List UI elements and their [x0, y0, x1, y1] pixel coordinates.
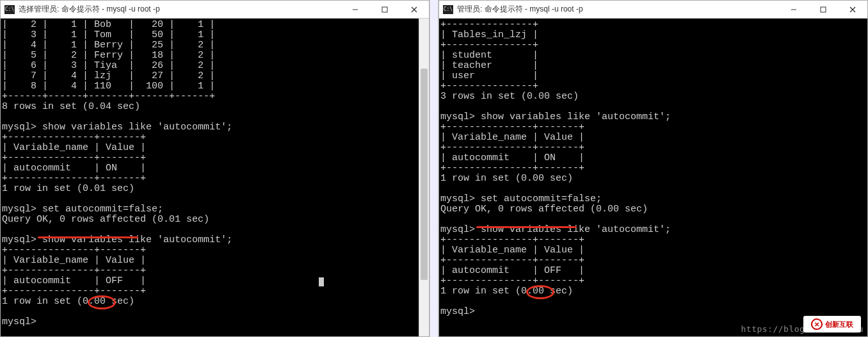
maximize-button[interactable] [808, 1, 838, 18]
terminal-right[interactable]: +---------------+| Tables_in_lzj |+-----… [439, 19, 867, 336]
titlebar-left[interactable]: C:\ 选择管理员: 命令提示符 - mysql -u root -p [1, 1, 429, 19]
close-button[interactable] [399, 1, 429, 18]
maximize-button[interactable] [370, 1, 399, 18]
scrollbar-thumb[interactable] [421, 69, 428, 280]
cmd-icon: C:\ [4, 5, 15, 14]
cmd-window-left: C:\ 选择管理员: 命令提示符 - mysql -u root -p | 2 … [0, 0, 430, 337]
window-title-left: 选择管理员: 命令提示符 - mysql -u root -p [19, 4, 341, 15]
red-underline-right [476, 226, 577, 228]
window-controls-right [779, 1, 867, 18]
brand-logo: ✕ 创新互联 [803, 316, 861, 333]
minimize-button[interactable] [779, 1, 808, 18]
logo-label: 创新互联 [825, 320, 853, 329]
terminal-left[interactable]: | 2 | 1 | Bob | 20 | 1 || 3 | 1 | Tom | … [1, 19, 429, 336]
cmd-window-right: C:\ 管理员: 命令提示符 - mysql -u root -p +-----… [438, 0, 868, 337]
logo-icon: ✕ [811, 318, 823, 330]
cmd-icon: C:\ [443, 5, 453, 14]
svg-rect-1 [382, 7, 387, 12]
red-circle-right [526, 285, 554, 299]
window-gap [430, 0, 438, 337]
red-underline-left [38, 236, 138, 238]
window-title-right: 管理员: 命令提示符 - mysql -u root -p [457, 4, 779, 15]
svg-rect-5 [821, 7, 826, 12]
red-circle-left [88, 295, 116, 309]
titlebar-right[interactable]: C:\ 管理员: 命令提示符 - mysql -u root -p [439, 1, 867, 19]
window-controls-left [341, 1, 429, 18]
minimize-button[interactable] [341, 1, 370, 18]
scrollbar-left[interactable] [419, 19, 429, 336]
close-button[interactable] [838, 1, 867, 18]
